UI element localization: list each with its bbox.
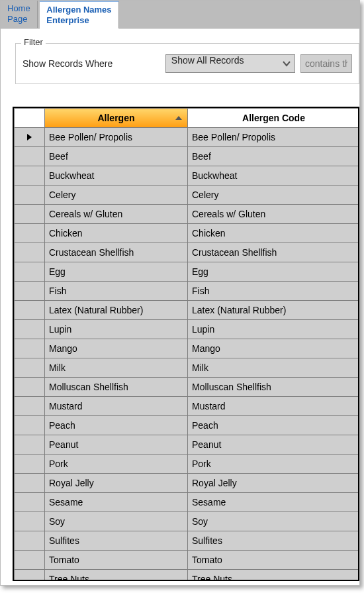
table-row[interactable]: LupinLupin (15, 320, 360, 339)
row-header-cell[interactable] (15, 416, 45, 435)
tab-home-page[interactable]: Home Page (1, 1, 38, 28)
row-header-cell[interactable] (15, 435, 45, 455)
table-row[interactable]: CeleryCelery (15, 186, 360, 205)
cell-allergen-code[interactable]: Buckwheat (188, 166, 360, 186)
cell-allergen[interactable]: Beef (45, 147, 188, 166)
cell-allergen[interactable]: Lupin (45, 320, 188, 339)
cell-allergen-code[interactable]: Milk (188, 358, 360, 378)
cell-allergen[interactable]: Molluscan Shellfish (45, 378, 188, 397)
row-header-cell[interactable] (15, 358, 45, 378)
cell-allergen-code[interactable]: Molluscan Shellfish (188, 378, 360, 397)
row-header-cell[interactable] (15, 282, 45, 301)
column-header-allergen[interactable]: Allergen (45, 109, 188, 128)
cell-allergen-code[interactable]: Royal Jelly (188, 474, 360, 493)
table-row[interactable]: PeanutPeanut (15, 435, 360, 455)
cell-allergen[interactable]: Egg (45, 262, 188, 282)
cell-allergen[interactable]: Sulfites (45, 531, 188, 551)
cell-allergen[interactable]: Peanut (45, 435, 188, 455)
cell-allergen[interactable]: Peach (45, 416, 188, 435)
row-header-cell[interactable] (15, 301, 45, 320)
cell-allergen[interactable]: Tree Nuts (45, 570, 188, 582)
table-row[interactable]: Cereals w/ GlutenCereals w/ Gluten (15, 205, 360, 224)
cell-allergen[interactable]: Sesame (45, 493, 188, 512)
cell-allergen-code[interactable]: Mustard (188, 397, 360, 416)
table-row[interactable]: MustardMustard (15, 397, 360, 416)
row-header-cell[interactable] (15, 243, 45, 262)
table-row[interactable]: SulfitesSulfites (15, 531, 360, 551)
cell-allergen[interactable]: Celery (45, 186, 188, 205)
cell-allergen-code[interactable]: Tomato (188, 551, 360, 570)
cell-allergen-code[interactable]: Chicken (188, 224, 360, 243)
cell-allergen-code[interactable]: Bee Pollen/ Propolis (188, 128, 360, 147)
table-row[interactable]: Latex (Natural Rubber)Latex (Natural Rub… (15, 301, 360, 320)
cell-allergen-code[interactable]: Cereals w/ Gluten (188, 205, 360, 224)
row-header-cell[interactable] (15, 147, 45, 166)
row-header-cell[interactable] (15, 570, 45, 582)
table-row[interactable]: SoySoy (15, 512, 360, 531)
table-row[interactable]: ChickenChicken (15, 224, 360, 243)
cell-allergen-code[interactable]: Lupin (188, 320, 360, 339)
row-header-cell[interactable] (15, 320, 45, 339)
row-header-cell[interactable] (15, 128, 45, 147)
table-row[interactable]: PeachPeach (15, 416, 360, 435)
tab-allergen-names-enterprise[interactable]: Allergen Names Enterprise (40, 1, 118, 28)
cell-allergen[interactable]: Bee Pollen/ Propolis (45, 128, 188, 147)
row-header-cell[interactable] (15, 531, 45, 551)
cell-allergen[interactable]: Tomato (45, 551, 188, 570)
column-header-allergen-code[interactable]: Allergen Code (188, 109, 360, 128)
table-row[interactable]: FishFish (15, 282, 360, 301)
cell-allergen[interactable]: Cereals w/ Gluten (45, 205, 188, 224)
filter-field-select[interactable]: Show All Records (165, 54, 295, 73)
cell-allergen-code[interactable]: Mango (188, 339, 360, 358)
cell-allergen-code[interactable]: Beef (188, 147, 360, 166)
table-row[interactable]: Royal JellyRoyal Jelly (15, 474, 360, 493)
row-header-cell[interactable] (15, 474, 45, 493)
row-header-cell[interactable] (15, 551, 45, 570)
row-header-cell[interactable] (15, 493, 45, 512)
cell-allergen-code[interactable]: Sesame (188, 493, 360, 512)
cell-allergen-code[interactable]: Peanut (188, 435, 360, 455)
row-header-cell[interactable] (15, 205, 45, 224)
cell-allergen-code[interactable]: Fish (188, 282, 360, 301)
cell-allergen-code[interactable]: Crustacean Shellfish (188, 243, 360, 262)
row-header-cell[interactable] (15, 339, 45, 358)
cell-allergen-code[interactable]: Sulfites (188, 531, 360, 551)
table-row[interactable]: BuckwheatBuckwheat (15, 166, 360, 186)
cell-allergen-code[interactable]: Peach (188, 416, 360, 435)
table-row[interactable]: SesameSesame (15, 493, 360, 512)
table-row[interactable]: MangoMango (15, 339, 360, 358)
row-header-cell[interactable] (15, 166, 45, 186)
table-row[interactable]: EggEgg (15, 262, 360, 282)
cell-allergen[interactable]: Mango (45, 339, 188, 358)
cell-allergen-code[interactable]: Pork (188, 455, 360, 474)
table-row[interactable]: Tree NutsTree Nuts (15, 570, 360, 582)
cell-allergen[interactable]: Chicken (45, 224, 188, 243)
data-grid[interactable]: Allergen Allergen Code Bee Pollen/ Propo… (13, 107, 359, 581)
cell-allergen[interactable]: Royal Jelly (45, 474, 188, 493)
cell-allergen[interactable]: Mustard (45, 397, 188, 416)
cell-allergen[interactable]: Soy (45, 512, 188, 531)
table-row[interactable]: PorkPork (15, 455, 360, 474)
cell-allergen[interactable]: Crustacean Shellfish (45, 243, 188, 262)
cell-allergen-code[interactable]: Celery (188, 186, 360, 205)
row-header-cell[interactable] (15, 186, 45, 205)
row-header-cell[interactable] (15, 262, 45, 282)
row-header-cell[interactable] (15, 512, 45, 531)
cell-allergen[interactable]: Buckwheat (45, 166, 188, 186)
filter-text-input[interactable] (300, 54, 352, 73)
cell-allergen[interactable]: Pork (45, 455, 188, 474)
cell-allergen-code[interactable]: Latex (Natural Rubber) (188, 301, 360, 320)
row-header-cell[interactable] (15, 224, 45, 243)
grid-corner-cell[interactable] (15, 109, 45, 128)
cell-allergen-code[interactable]: Soy (188, 512, 360, 531)
cell-allergen-code[interactable]: Tree Nuts (188, 570, 360, 582)
table-row[interactable]: Molluscan ShellfishMolluscan Shellfish (15, 378, 360, 397)
table-row[interactable]: Bee Pollen/ PropolisBee Pollen/ Propolis (15, 128, 360, 147)
table-row[interactable]: Crustacean ShellfishCrustacean Shellfish (15, 243, 360, 262)
table-row[interactable]: TomatoTomato (15, 551, 360, 570)
cell-allergen[interactable]: Fish (45, 282, 188, 301)
table-row[interactable]: BeefBeef (15, 147, 360, 166)
cell-allergen[interactable]: Milk (45, 358, 188, 378)
table-row[interactable]: MilkMilk (15, 358, 360, 378)
cell-allergen[interactable]: Latex (Natural Rubber) (45, 301, 188, 320)
